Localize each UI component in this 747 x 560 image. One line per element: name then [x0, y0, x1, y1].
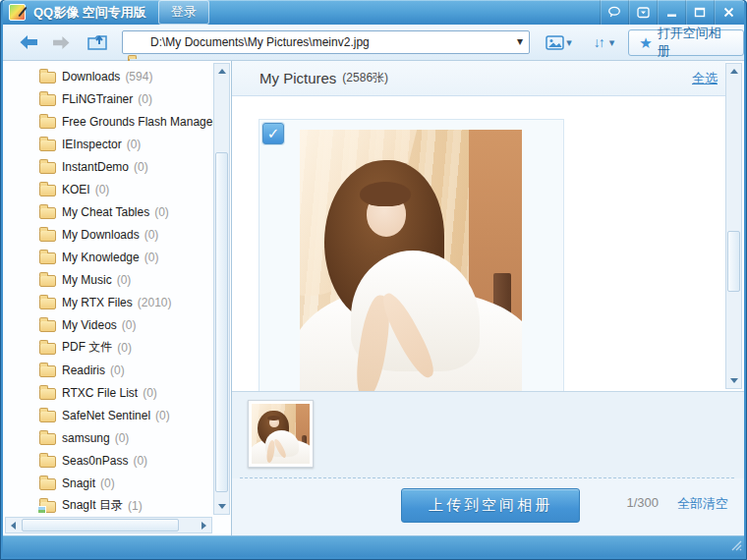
folder-icon: [39, 388, 56, 400]
folder-tree-item[interactable]: Seas0nPass (0): [3, 449, 213, 472]
address-input[interactable]: [122, 30, 530, 54]
title-bar: QQ影像 空间专用版 登录: [3, 0, 744, 25]
resize-grip[interactable]: [730, 537, 742, 555]
folder-name: My Cheat Tables: [62, 205, 149, 219]
folder-name: SafeNet Sentinel: [62, 409, 150, 422]
folder-name: My Downloads: [62, 228, 140, 242]
photo-checkbox[interactable]: ✓: [262, 123, 284, 144]
folder-name: My RTX Files: [62, 296, 133, 309]
folder-icon: [39, 501, 56, 513]
folder-tree-item[interactable]: Downloads (594): [3, 65, 213, 87]
folder-tree-item[interactable]: Snagit (0): [3, 472, 213, 494]
main-panel: My Pictures (2586张) 全选: [232, 61, 744, 535]
folder-count: (0): [127, 138, 142, 151]
maximize-button[interactable]: [685, 0, 714, 25]
folder-tree-item[interactable]: FLiNGTrainer (0): [3, 87, 213, 110]
folder-tree-item[interactable]: My RTX Files (2010): [3, 291, 213, 313]
folder-tree-item[interactable]: PDF 文件 (0): [3, 336, 213, 359]
folder-count: (0): [122, 318, 137, 332]
folder-name: My Music: [62, 273, 112, 287]
content-scroll-thumb[interactable]: [727, 231, 740, 292]
address-dropdown-icon[interactable]: ▾: [517, 34, 523, 48]
open-folder-icon[interactable]: [86, 32, 110, 52]
scroll-up-icon[interactable]: [214, 64, 229, 79]
folder-tree-item[interactable]: Readiris (0): [3, 359, 213, 381]
folder-tree-item[interactable]: RTXC File List (0): [3, 381, 213, 404]
folder-tree-item[interactable]: My Downloads (0): [3, 223, 213, 246]
scroll-up-icon[interactable]: [726, 64, 741, 79]
folder-count: (1): [128, 499, 143, 513]
login-button[interactable]: 登录: [158, 0, 209, 25]
select-all-link[interactable]: 全选: [692, 70, 718, 87]
scroll-down-icon[interactable]: [214, 499, 229, 514]
folder-icon: [39, 433, 56, 445]
clear-all-link[interactable]: 全部清空: [677, 495, 728, 513]
forward-button[interactable]: [51, 35, 71, 50]
scroll-down-icon[interactable]: [726, 373, 741, 388]
folder-icon: [39, 456, 56, 468]
folder-count: (0): [144, 251, 159, 264]
content-vertical-scrollbar[interactable]: [725, 63, 742, 389]
folder-tree-item[interactable]: SnagIt 目录 (1): [3, 494, 213, 517]
folder-name: Free Grounds Flash Manager 3.1: [62, 115, 213, 129]
folder-icon: [39, 140, 56, 151]
photo-card[interactable]: ✓: [259, 119, 564, 391]
folder-icon: [39, 320, 56, 332]
folder-name: PDF 文件: [62, 339, 112, 356]
close-button[interactable]: [714, 0, 742, 25]
folder-tree-item[interactable]: My Music (0): [3, 268, 213, 291]
sidebar-vertical-scrollbar[interactable]: [213, 63, 230, 515]
folder-tree-item[interactable]: InstantDemo (0): [3, 155, 213, 178]
star-icon: ★: [639, 35, 652, 50]
photo-grid: ✓: [232, 96, 725, 391]
folder-tree-item[interactable]: samsung (0): [3, 426, 213, 449]
address-bar: ▾: [122, 30, 530, 54]
sort-caret-icon[interactable]: ▾: [609, 36, 615, 49]
folder-image-overlay-icon: [37, 506, 46, 514]
view-mode-caret-icon[interactable]: ▾: [566, 36, 572, 49]
selected-photo-thumb[interactable]: [248, 400, 314, 468]
folder-icon: [39, 72, 56, 84]
folder-icon: [39, 117, 56, 129]
folder-tree-item[interactable]: KOEI (0): [3, 178, 213, 200]
folder-tree: Downloads (594) FLiNGTrainer (0) Free Gr…: [3, 65, 213, 517]
sidebar-hscroll-thumb[interactable]: [22, 519, 179, 532]
album-photo-count: (2586张): [342, 70, 388, 86]
app-window: QQ影像 空间专用版 登录: [0, 0, 747, 560]
folder-count: (0): [95, 183, 110, 196]
scroll-left-icon[interactable]: [6, 518, 21, 532]
open-space-album-button[interactable]: ★ 打开空间相册: [628, 29, 744, 56]
folder-icon: [39, 411, 56, 422]
scroll-right-icon[interactable]: [197, 518, 211, 532]
folder-count: (2010): [138, 296, 172, 309]
folder-tree-item[interactable]: IEInspector (0): [3, 133, 213, 155]
folder-count: (0): [138, 92, 152, 106]
status-bar: [3, 535, 744, 557]
upload-panel: 上传到空间相册 1/300 全部清空: [232, 391, 744, 535]
skin-menu-icon[interactable]: [628, 0, 657, 25]
photo-thumbnail[interactable]: [300, 130, 522, 391]
folder-tree-item[interactable]: My Knowledge (0): [3, 246, 213, 268]
view-mode-icon[interactable]: [546, 35, 564, 50]
folder-count: (0): [144, 228, 159, 242]
minimize-button[interactable]: [657, 0, 685, 25]
folder-tree-item[interactable]: My Cheat Tables (0): [3, 200, 213, 223]
back-button[interactable]: [19, 34, 39, 50]
folder-tree-item[interactable]: Free Grounds Flash Manager 3.1: [3, 110, 213, 133]
toolbar: ▾ ▾ ↓↑ ▾ ★ 打开空间相册: [3, 25, 744, 61]
folder-count: (0): [134, 160, 148, 174]
feedback-bubble-icon[interactable]: [600, 0, 628, 25]
folder-name: samsung: [62, 431, 110, 445]
folder-tree-item[interactable]: My Videos (0): [3, 313, 213, 336]
folder-icon: [39, 185, 56, 196]
sort-icon[interactable]: ↓↑: [594, 34, 603, 50]
upload-to-album-button[interactable]: 上传到空间相册: [401, 488, 580, 523]
sidebar-horizontal-scrollbar[interactable]: [5, 517, 212, 533]
album-title: My Pictures: [259, 70, 336, 86]
folder-count: (0): [100, 476, 115, 490]
app-logo-icon: [9, 4, 26, 21]
folder-icon: [39, 94, 56, 106]
sidebar-scroll-thumb[interactable]: [215, 152, 228, 492]
folder-count: (0): [143, 386, 157, 400]
folder-tree-item[interactable]: SafeNet Sentinel (0): [3, 404, 213, 426]
